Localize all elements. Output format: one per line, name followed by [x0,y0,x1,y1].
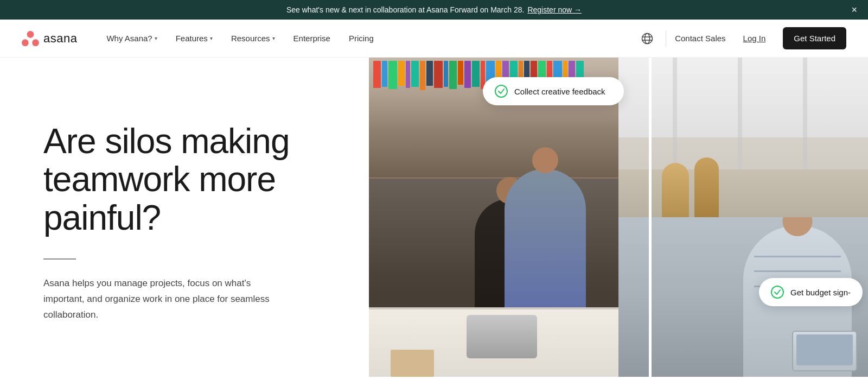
announcement-cta[interactable]: Register now → [527,5,582,14]
login-button[interactable]: Log In [735,29,775,47]
desk [369,307,651,377]
hero-divider [43,258,76,260]
nav-item-features[interactable]: Features ▾ [168,29,220,47]
chevron-down-icon: ▾ [210,35,213,41]
photo-divider [649,58,652,377]
logo[interactable]: asana [22,31,77,46]
person2 [505,169,586,307]
hero-description: Asana helps you manage projects, focus o… [43,276,293,323]
logo-text: asana [43,31,77,46]
people-area [369,179,651,377]
budget-card: Get budget sign- [759,278,863,306]
announcement-bar: See what's new & next in collaboration a… [0,0,868,20]
main-content: Are silos making teamwork more painful? … [0,58,868,377]
chevron-down-icon: ▾ [272,35,275,41]
top-photo [618,58,868,217]
svg-point-1 [22,39,29,46]
nav-item-pricing[interactable]: Pricing [341,29,381,47]
hero-title: Are silos making teamwork more painful? [43,122,336,237]
navigation: asana Why Asana? ▾ Features ▾ Resources … [0,20,868,58]
nav-item-enterprise[interactable]: Enterprise [286,29,338,47]
right-panel: Collect creative feedback [369,58,868,377]
check-icon [495,85,508,98]
feedback-label: Collect creative feedback [514,87,605,96]
svg-point-0 [27,31,34,38]
get-started-button[interactable]: Get Started [783,27,846,49]
logo-icon [22,31,39,46]
main-photo [369,58,651,377]
feedback-card: Collect creative feedback [483,77,624,105]
nav-item-resources[interactable]: Resources ▾ [224,29,283,47]
side-laptop [792,331,857,371]
budget-label: Get budget sign- [790,288,851,297]
nav-item-why-asana[interactable]: Why Asana? ▾ [99,29,164,47]
globe-icon[interactable] [637,29,657,48]
svg-point-3 [642,33,653,43]
announcement-text: See what's new & next in collaboration a… [286,5,524,14]
budget-check-icon [771,286,784,299]
side-photos: Get budget sign- [618,58,868,377]
svg-point-2 [32,39,39,46]
nav-right: Contact Sales Log In Get Started [637,27,846,49]
svg-point-4 [645,33,650,43]
nav-links: Why Asana? ▾ Features ▾ Resources ▾ Ente… [99,29,637,47]
laptop [467,315,537,358]
announcement-close[interactable]: × [851,5,857,15]
left-panel: Are silos making teamwork more painful? … [0,58,369,377]
chevron-down-icon: ▾ [155,35,157,41]
bookshelf [369,58,651,179]
contact-sales-link[interactable]: Contact Sales [675,34,725,43]
